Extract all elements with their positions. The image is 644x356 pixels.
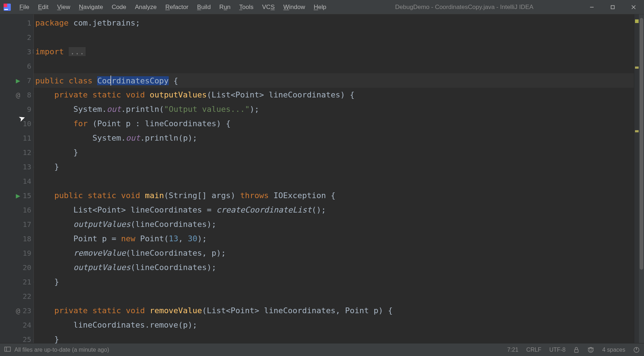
- code-line: public static void main(String[] args) t…: [34, 188, 634, 203]
- menu-edit[interactable]: Edit: [33, 2, 53, 12]
- menu-navigate[interactable]: Navigate: [74, 2, 107, 12]
- line-number[interactable]: 12: [21, 148, 31, 157]
- analysis-status-marker[interactable]: [635, 19, 639, 23]
- menu-refactor[interactable]: Refactor: [161, 2, 193, 12]
- readonly-lock-icon[interactable]: [573, 347, 579, 353]
- code-line: System.out.println("Output values...");: [34, 102, 634, 117]
- code-line: removeValue(lineCoordinates, p);: [34, 246, 634, 260]
- code-line: package com.jetbrains;: [34, 16, 634, 30]
- menu-tools[interactable]: Tools: [235, 2, 258, 12]
- window-title: DebugDemo - CoordinatesCopy.java - Intel…: [331, 4, 598, 11]
- code-line: List<Point> lineCoordinates = createCoor…: [34, 203, 634, 217]
- warning-marker[interactable]: [635, 67, 639, 69]
- line-number[interactable]: 17: [21, 220, 31, 229]
- scrollbar-thumb[interactable]: [640, 18, 643, 270]
- code-line: System.out.println(p);: [34, 131, 634, 145]
- indent-settings[interactable]: 4 spaces: [602, 347, 625, 353]
- menu-window[interactable]: Window: [279, 2, 309, 12]
- code-line: [34, 174, 634, 188]
- code-line: [34, 30, 634, 45]
- code-line: private static void removeValue(List<Poi…: [34, 303, 634, 318]
- menu-run[interactable]: Run: [215, 2, 235, 12]
- override-icon[interactable]: @: [16, 306, 20, 315]
- close-button[interactable]: [623, 0, 644, 14]
- svg-point-14: [589, 348, 590, 350]
- line-number[interactable]: 8: [21, 91, 31, 99]
- minimize-button[interactable]: [581, 0, 602, 14]
- file-encoding[interactable]: UTF-8: [549, 347, 566, 353]
- svg-rect-10: [5, 347, 10, 351]
- menu-file[interactable]: File: [15, 2, 33, 12]
- run-gutter-icon[interactable]: ▶: [16, 77, 20, 84]
- maximize-button[interactable]: [602, 0, 623, 14]
- vertical-scrollbar[interactable]: [639, 14, 644, 343]
- caret-position[interactable]: 7:21: [507, 347, 518, 353]
- run-gutter-icon[interactable]: ▶: [16, 192, 20, 199]
- code-line: Point p = new Point(13, 30);: [34, 232, 634, 246]
- svg-point-15: [591, 348, 593, 350]
- line-number[interactable]: 22: [21, 292, 31, 301]
- line-number[interactable]: 14: [21, 177, 31, 186]
- line-separator[interactable]: CRLF: [526, 347, 541, 353]
- menu-view[interactable]: View: [53, 2, 75, 12]
- menu-bar: FileEditViewNavigateCodeAnalyzeRefactorB…: [15, 2, 331, 12]
- svg-rect-16: [588, 348, 594, 348]
- warning-marker[interactable]: [635, 130, 639, 132]
- line-number[interactable]: 25: [21, 335, 31, 344]
- menu-help[interactable]: Help: [309, 2, 331, 12]
- line-number[interactable]: 10: [21, 119, 31, 128]
- code-line: }: [34, 275, 634, 289]
- menu-vcs[interactable]: VCS: [258, 2, 279, 12]
- code-line: private static void outputValues(List<Po…: [34, 88, 634, 102]
- menu-build[interactable]: Build: [193, 2, 215, 12]
- line-number[interactable]: 21: [21, 278, 31, 286]
- override-icon[interactable]: @: [16, 91, 20, 99]
- code-line: for (Point p : lineCoordinates) {: [34, 117, 634, 131]
- line-number[interactable]: 23: [21, 306, 31, 315]
- titlebar: FileEditViewNavigateCodeAnalyzeRefactorB…: [0, 0, 644, 14]
- line-number[interactable]: 1: [21, 19, 31, 27]
- ide-features-trainer-icon[interactable]: [587, 346, 594, 353]
- svg-rect-12: [575, 350, 578, 352]
- code-line: }: [34, 160, 634, 174]
- line-number[interactable]: 24: [21, 321, 31, 329]
- status-message: All files are up-to-date (a minute ago): [14, 347, 109, 353]
- code-line: import ...: [34, 45, 634, 59]
- app-icon: [3, 3, 12, 12]
- window-controls: [581, 0, 644, 14]
- gutter[interactable]: 1 2 3 6 💡 ▶ 7 @ 8 9 10 11 12: [0, 14, 34, 343]
- code-line: [34, 289, 634, 303]
- code-editor[interactable]: package com.jetbrains; import ... public…: [34, 14, 634, 343]
- code-line: lineCoordinates.remove(p);: [34, 318, 634, 332]
- error-stripe[interactable]: [634, 14, 639, 343]
- code-line: }: [34, 332, 634, 347]
- line-number[interactable]: 13: [21, 163, 31, 171]
- line-number[interactable]: 7: [21, 76, 31, 85]
- code-line: outputValues(lineCoordinates);: [34, 217, 634, 232]
- menu-analyze[interactable]: Analyze: [131, 2, 161, 12]
- line-number[interactable]: 20: [21, 263, 31, 272]
- code-line: public class CoordinatesCopy {: [34, 73, 634, 88]
- memory-indicator-icon[interactable]: [633, 347, 640, 353]
- line-number[interactable]: 11: [21, 134, 31, 142]
- line-number[interactable]: 16: [21, 206, 31, 214]
- svg-rect-1: [4, 4, 7, 7]
- main-area: 1 2 3 6 💡 ▶ 7 @ 8 9 10 11 12: [0, 14, 644, 343]
- svg-rect-4: [611, 6, 614, 9]
- svg-rect-18: [636, 348, 637, 350]
- line-number[interactable]: 2: [21, 33, 31, 42]
- line-number[interactable]: 18: [21, 234, 31, 243]
- line-number[interactable]: 19: [21, 249, 31, 257]
- line-number[interactable]: 15: [21, 191, 31, 200]
- code-line: outputValues(lineCoordinates);: [34, 260, 634, 275]
- code-line: }: [34, 145, 634, 160]
- menu-code[interactable]: Code: [107, 2, 131, 12]
- line-number[interactable]: 3: [21, 47, 31, 56]
- line-number[interactable]: 6: [21, 62, 31, 70]
- code-line: [34, 59, 634, 73]
- line-number[interactable]: 9: [21, 105, 31, 114]
- svg-rect-2: [4, 9, 8, 10]
- tool-window-toggle-icon[interactable]: [4, 346, 11, 354]
